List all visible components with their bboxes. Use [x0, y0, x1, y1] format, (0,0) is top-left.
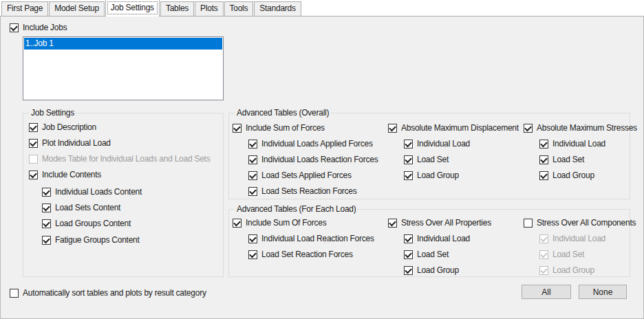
checkbox-icon	[388, 219, 397, 228]
tab-job-settings[interactable]: Job Settings	[105, 0, 160, 16]
checkbox-icon	[10, 23, 19, 32]
checkbox-icon	[10, 289, 19, 298]
group-job-settings: Job Settings Job Description Plot Indivi…	[23, 113, 224, 277]
checkbox-icon	[524, 124, 533, 133]
checkbox-individual-loads-applied-forces[interactable]: Individual Loads Applied Forces	[248, 140, 373, 148]
checkbox-icon	[29, 123, 38, 132]
checkbox-ams-individual-load[interactable]: Individual Load	[539, 140, 605, 148]
tab-first-page[interactable]: First Page	[1, 1, 48, 16]
checkbox-icon	[539, 140, 548, 148]
checkbox-icon	[539, 266, 548, 275]
checkbox-soap-load-set[interactable]: Load Set	[404, 250, 449, 259]
checkbox-icon	[404, 140, 413, 148]
checkbox-label: Include Jobs	[23, 23, 67, 32]
group-advanced-tables-overall: Advanced Tables (Overall) Include Sum of…	[228, 113, 630, 199]
checkbox-absolute-maximum-displacement[interactable]: Absolute Maximum Displacement	[388, 124, 519, 133]
checkbox-fatigue-groups-content[interactable]: Fatigue Groups Content	[42, 236, 140, 245]
checkbox-icon	[42, 188, 51, 197]
group-advanced-tables-each-load: Advanced Tables (For Each Load) Include …	[228, 209, 630, 277]
checkbox-icon	[248, 234, 257, 243]
checkbox-icon	[29, 170, 38, 179]
checkbox-modes-table: Modes Table for Individual Loads and Loa…	[29, 155, 210, 164]
checkbox-include-contents[interactable]: Include Contents	[29, 170, 101, 179]
checkbox-ams-load-group[interactable]: Load Group	[539, 171, 594, 180]
checkbox-include-sum-of-forces-each-load[interactable]: Include Sum Of Forces	[233, 219, 326, 228]
checkbox-soap-load-group[interactable]: Load Group	[404, 266, 459, 275]
checkbox-icon	[248, 155, 257, 164]
checkbox-icon	[539, 171, 548, 180]
checkbox-icon	[233, 124, 242, 133]
tab-model-setup[interactable]: Model Setup	[49, 1, 105, 16]
checkbox-amd-load-set[interactable]: Load Set	[404, 155, 449, 164]
checkbox-soac-load-set: Load Set	[539, 250, 584, 259]
tab-plots[interactable]: Plots	[195, 1, 223, 16]
checkbox-icon	[539, 155, 548, 164]
none-button[interactable]: None	[579, 285, 627, 299]
checkbox-icon	[42, 236, 51, 245]
checkbox-absolute-maximum-stresses[interactable]: Absolute Maximum Stresses	[524, 124, 637, 133]
checkbox-load-sets-applied-forces[interactable]: Load Sets Applied Forces	[248, 171, 352, 180]
group-title: Advanced Tables (For Each Load)	[235, 205, 358, 214]
checkbox-load-sets-content[interactable]: Load Sets Content	[42, 204, 120, 212]
checkbox-icon	[42, 204, 51, 212]
checkbox-icon	[248, 250, 257, 259]
checkbox-ams-load-set[interactable]: Load Set	[539, 155, 584, 164]
checkbox-job-description[interactable]: Job Description	[29, 123, 96, 132]
job-settings-tab-page: Include Jobs 1..Job 1 Job Settings Job D…	[0, 16, 644, 319]
checkbox-icon	[404, 234, 413, 243]
checkbox-icon	[248, 187, 257, 196]
checkbox-icon	[233, 219, 242, 228]
checkbox-individual-loads-content[interactable]: Individual Loads Content	[42, 188, 142, 197]
checkbox-individual-loads-reaction-forces[interactable]: Individual Loads Reaction Forces	[248, 155, 378, 164]
checkbox-load-sets-reaction-forces[interactable]: Load Sets Reaction Forces	[248, 187, 357, 196]
checkbox-amd-individual-load[interactable]: Individual Load	[404, 140, 470, 148]
checkbox-icon	[404, 266, 413, 275]
job-listbox[interactable]: 1..Job 1	[23, 36, 224, 100]
checkbox-load-set-reaction-forces[interactable]: Load Set Reaction Forces	[248, 250, 353, 259]
checkbox-icon	[539, 250, 548, 259]
checkbox-load-groups-content[interactable]: Load Groups Content	[42, 219, 131, 228]
checkbox-icon	[524, 219, 533, 228]
checkbox-include-sum-of-forces-overall[interactable]: Include Sum of Forces	[233, 124, 325, 133]
checkbox-icon	[29, 155, 38, 164]
checkbox-auto-sort[interactable]: Automatically sort tables and plots by r…	[10, 289, 206, 298]
job-settings-dialog: First Page Model Setup Job Settings Tabl…	[0, 0, 644, 319]
checkbox-individual-load-reaction-forces[interactable]: Individual Load Reaction Forces	[248, 234, 374, 243]
checkbox-soac-individual-load: Individual Load	[539, 234, 605, 243]
checkbox-stress-over-all-components[interactable]: Stress Over All Components	[524, 219, 636, 228]
checkbox-soac-load-group: Load Group	[539, 266, 594, 275]
checkbox-icon	[248, 140, 257, 148]
group-title: Advanced Tables (Overall)	[235, 109, 331, 118]
checkbox-icon	[539, 234, 548, 243]
checkbox-stress-over-all-properties[interactable]: Stress Over All Properties	[388, 219, 491, 228]
checkbox-include-jobs[interactable]: Include Jobs	[10, 23, 67, 32]
tab-tables[interactable]: Tables	[160, 1, 194, 16]
tab-strip: First Page Model Setup Job Settings Tabl…	[0, 0, 644, 16]
group-title: Job Settings	[29, 109, 76, 118]
checkbox-icon	[29, 139, 38, 148]
checkbox-icon	[404, 155, 413, 164]
checkbox-icon	[248, 171, 257, 180]
checkbox-icon	[42, 219, 51, 228]
checkbox-amd-load-group[interactable]: Load Group	[404, 171, 459, 180]
checkbox-icon	[388, 124, 397, 133]
checkbox-plot-individual-load[interactable]: Plot Individual Load	[29, 139, 111, 148]
tab-tools[interactable]: Tools	[224, 1, 254, 16]
checkbox-icon	[404, 171, 413, 180]
checkbox-soap-individual-load[interactable]: Individual Load	[404, 234, 470, 243]
checkbox-icon	[404, 250, 413, 259]
job-list-item[interactable]: 1..Job 1	[24, 38, 222, 50]
tab-standards[interactable]: Standards	[254, 1, 301, 16]
all-button[interactable]: All	[522, 285, 571, 299]
